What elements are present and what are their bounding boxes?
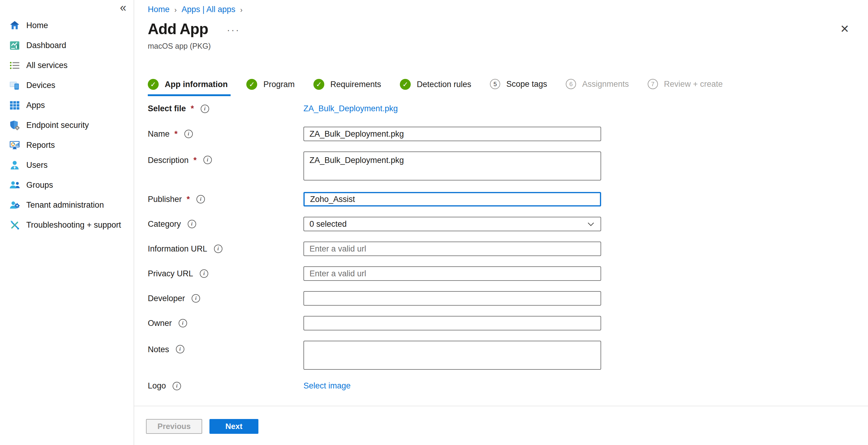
sidebar-collapse-icon[interactable]: « xyxy=(120,2,126,13)
info-icon[interactable]: i xyxy=(214,244,222,253)
select-file-control: ZA_Bulk_Deployment.pkg xyxy=(304,104,601,113)
sidebar-item-apps[interactable]: Apps xyxy=(0,95,133,115)
info-icon[interactable]: i xyxy=(196,195,205,204)
breadcrumb-separator-icon: › xyxy=(240,5,243,14)
tab-requirements[interactable]: ✓ Requirements xyxy=(313,79,384,94)
select-file-label: Select file* i xyxy=(148,104,304,113)
description-label: Description* i xyxy=(148,151,304,182)
form-row-category: Category i 0 selected xyxy=(148,217,868,231)
info-icon[interactable]: i xyxy=(188,220,196,228)
tenant-administration-icon xyxy=(9,200,20,211)
sidebar-item-troubleshooting[interactable]: Troubleshooting + support xyxy=(0,215,133,235)
wizard-footer: Previous Next xyxy=(134,406,868,445)
label-text: Information URL xyxy=(148,244,207,254)
sidebar-item-users[interactable]: Users xyxy=(0,155,133,175)
label-text: Select file xyxy=(148,104,186,113)
sidebar-item-label: Dashboard xyxy=(26,41,66,50)
sidebar-item-label: Reports xyxy=(26,141,55,150)
completed-check-icon: ✓ xyxy=(148,79,159,90)
sidebar-item-endpoint-security[interactable]: Endpoint security xyxy=(0,115,133,135)
form-row-developer: Developer i xyxy=(148,291,868,306)
information-url-input[interactable] xyxy=(304,241,601,256)
sidebar-item-label: Troubleshooting + support xyxy=(26,220,121,230)
form-row-logo: Logo i Select image xyxy=(148,381,868,391)
form-row-select-file: Select file* i ZA_Bulk_Deployment.pkg xyxy=(148,104,868,113)
label-text: Publisher xyxy=(148,195,182,204)
tab-label: App information xyxy=(165,80,227,89)
sidebar-item-groups[interactable]: Groups xyxy=(0,175,133,195)
page-title: Add App xyxy=(148,20,208,38)
publisher-label: Publisher* i xyxy=(148,195,304,204)
tab-label: Detection rules xyxy=(417,80,471,89)
breadcrumb-separator-icon: › xyxy=(175,5,177,14)
info-icon[interactable]: i xyxy=(179,319,187,327)
name-input[interactable] xyxy=(304,127,601,141)
label-text: Notes xyxy=(148,345,169,354)
breadcrumb-home-link[interactable]: Home xyxy=(148,5,169,14)
form-row-name: Name* i xyxy=(148,127,868,141)
sidebar-item-dashboard[interactable]: Dashboard xyxy=(0,35,133,55)
close-icon[interactable]: ✕ xyxy=(840,24,849,34)
sidebar-item-label: Tenant administration xyxy=(26,201,104,210)
info-icon[interactable]: i xyxy=(173,382,181,390)
completed-check-icon: ✓ xyxy=(246,79,257,90)
category-selected-value: 0 selected xyxy=(309,219,347,229)
main-content: Home › Apps | All apps › Add App ··· ✕ m… xyxy=(134,0,868,445)
tab-program[interactable]: ✓ Program xyxy=(246,79,298,94)
tab-detection-rules[interactable]: ✓ Detection rules xyxy=(400,79,474,94)
completed-check-icon: ✓ xyxy=(313,79,324,90)
sidebar-item-label: Groups xyxy=(26,180,53,190)
footer-buttons: Previous Next xyxy=(146,419,868,434)
notes-label: Notes i xyxy=(148,341,304,371)
info-icon[interactable]: i xyxy=(176,345,184,353)
selected-file-link[interactable]: ZA_Bulk_Deployment.pkg xyxy=(304,104,398,113)
info-icon[interactable]: i xyxy=(204,156,212,164)
description-textarea[interactable]: ZA_Bulk_Deployment.pkg xyxy=(304,151,601,180)
tab-app-information[interactable]: ✓ App information xyxy=(148,79,230,96)
category-dropdown[interactable]: 0 selected xyxy=(304,217,601,231)
publisher-input[interactable] xyxy=(304,192,601,206)
troubleshooting-icon xyxy=(9,219,20,231)
step-number-icon: 7 xyxy=(648,79,658,89)
label-text: Developer xyxy=(148,294,185,303)
all-services-icon xyxy=(9,60,20,71)
privacy-url-input[interactable] xyxy=(304,266,601,281)
tab-scope-tags[interactable]: 5 Scope tags xyxy=(490,79,550,94)
wizard-steps: ✓ App information ✓ Program ✓ Requiremen… xyxy=(148,79,868,96)
tab-assignments[interactable]: 6 Assignments xyxy=(566,79,632,94)
sidebar-item-devices[interactable]: Devices xyxy=(0,75,133,95)
developer-label: Developer i xyxy=(148,294,304,303)
tab-review-create[interactable]: 7 Review + create xyxy=(648,79,726,94)
breadcrumb-all-apps-link[interactable]: Apps | All apps xyxy=(182,5,236,14)
next-button[interactable]: Next xyxy=(210,419,258,434)
more-actions-icon[interactable]: ··· xyxy=(227,23,240,35)
sidebar-item-reports[interactable]: Reports xyxy=(0,135,133,155)
info-icon[interactable]: i xyxy=(200,269,208,278)
select-image-link[interactable]: Select image xyxy=(304,381,350,390)
label-text: Name xyxy=(148,129,169,139)
sidebar-item-all-services[interactable]: All services xyxy=(0,55,133,75)
step-number-icon: 6 xyxy=(566,79,576,89)
info-icon[interactable]: i xyxy=(201,105,209,113)
form-row-information-url: Information URL i xyxy=(148,241,868,256)
sidebar-item-label: Endpoint security xyxy=(26,121,89,130)
tab-label: Assignments xyxy=(582,80,629,89)
notes-textarea[interactable] xyxy=(304,341,601,370)
endpoint-security-icon xyxy=(9,120,20,131)
tab-label: Review + create xyxy=(664,80,723,89)
owner-input[interactable] xyxy=(304,316,601,330)
info-icon[interactable]: i xyxy=(184,130,193,138)
previous-button[interactable]: Previous xyxy=(146,419,202,434)
info-icon[interactable]: i xyxy=(192,294,200,303)
sidebar-item-label: Devices xyxy=(26,81,55,90)
name-label: Name* i xyxy=(148,129,304,139)
required-asterisk: * xyxy=(186,195,190,204)
devices-icon xyxy=(9,80,20,91)
sidebar-item-tenant-administration[interactable]: Tenant administration xyxy=(0,195,133,215)
sidebar-item-label: Apps xyxy=(26,101,45,110)
developer-input[interactable] xyxy=(304,291,601,306)
form-row-notes: Notes i xyxy=(148,341,868,371)
information-url-label: Information URL i xyxy=(148,244,304,254)
sidebar-item-home[interactable]: Home xyxy=(0,16,133,35)
form-row-privacy-url: Privacy URL i xyxy=(148,266,868,281)
